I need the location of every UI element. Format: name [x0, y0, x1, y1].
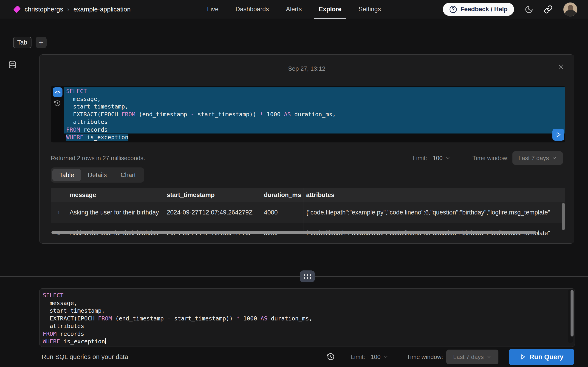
query-history-card: Sep 27, 13:12 <> SELECT message, start_t… [39, 54, 574, 244]
history-icon [327, 353, 335, 361]
breadcrumb-separator-icon: › [67, 6, 70, 13]
breadcrumb-project[interactable]: example-application [73, 6, 131, 13]
sql-line: start_timestamp, [64, 103, 565, 110]
cell-message: Asking the user for their birthday [67, 202, 164, 223]
nav-explore[interactable]: Explore [319, 0, 342, 19]
rerun-query-button[interactable] [552, 129, 564, 141]
share-link-button[interactable] [544, 5, 553, 14]
sql-line: EXTRACT(EPOCH FROM (end_timestamp - star… [64, 110, 565, 118]
close-card-button[interactable] [558, 64, 564, 70]
add-tab-button[interactable]: + [36, 37, 47, 48]
chevron-down-icon [486, 354, 492, 359]
feedback-help-button[interactable]: Feedback / Help [443, 3, 514, 16]
query-tab[interactable]: Tab [13, 37, 32, 48]
nav-live[interactable]: Live [207, 0, 219, 19]
header-attributes[interactable]: attributes [303, 188, 562, 202]
explore-page: christophergs › example-application Live… [0, 0, 588, 367]
drag-dots-icon [304, 274, 311, 279]
editor-sql-code: SELECT message, start_timestamp, EXTRACT… [40, 292, 575, 345]
top-actions: Feedback / Help [443, 0, 578, 19]
help-circle-icon [449, 6, 457, 13]
time-window-dropdown[interactable]: Last 7 days [512, 151, 563, 165]
header-row-number [51, 188, 67, 202]
sql-line: attributes [64, 118, 565, 126]
tab-chart[interactable]: Chart [114, 169, 143, 181]
sql-editor[interactable]: SELECT message, start_timestamp, EXTRACT… [39, 288, 575, 347]
breadcrumb-org[interactable]: christophergs [25, 6, 63, 13]
chevron-down-icon [552, 156, 557, 161]
editor-hint: Run SQL queries on your data [42, 353, 128, 361]
theme-toggle-button[interactable] [525, 5, 533, 14]
sql-line: EXTRACT(EPOCH FROM (end_timestamp - star… [40, 315, 575, 323]
user-avatar[interactable] [563, 2, 578, 17]
sql-line: FROM records [64, 126, 565, 134]
link-icon [544, 5, 553, 14]
cell-num: 1 [51, 202, 67, 223]
moon-icon [525, 5, 533, 14]
table-vertical-scrollbar[interactable] [562, 203, 565, 230]
history-sql-block: <> SELECT message, start_timestamp, EXTR… [51, 86, 565, 142]
header-duration-ms[interactable]: duration_ms [261, 188, 303, 202]
sql-line: message, [40, 299, 575, 307]
feedback-help-label: Feedback / Help [460, 6, 508, 13]
main-nav: Live Dashboards Alerts Explore Settings [207, 0, 381, 19]
sql-line: SELECT [64, 87, 565, 95]
tab-details[interactable]: Details [81, 169, 114, 181]
sql-line: SELECT [40, 292, 575, 299]
query-tab-strip: Tab + [13, 37, 47, 48]
close-icon [558, 64, 564, 70]
cell-duration_ms: 4000 [261, 202, 303, 223]
code-gutter: <> [51, 86, 64, 142]
sql-line: WHERE is_exception [40, 338, 575, 345]
sql-line: FROM records [40, 330, 575, 338]
sql-line: WHERE is_exception [64, 133, 565, 141]
text-cursor [105, 338, 106, 344]
horizontal-scrollbar[interactable] [52, 231, 536, 234]
bottom-action-bar: Run SQL queries on your data Limit: 100 … [0, 347, 588, 367]
run-query-label: Run Query [529, 353, 563, 361]
nav-alerts[interactable]: Alerts [286, 0, 302, 19]
result-view-tabs: Table Details Chart [51, 167, 144, 183]
history-icon [54, 100, 61, 107]
chevron-down-icon [383, 354, 389, 359]
cell-attributes: {"code.filepath":"example.py","code.line… [303, 202, 562, 223]
limit-label: Limit: [413, 155, 427, 162]
top-nav-bar: christophergs › example-application Live… [0, 0, 588, 19]
table-row[interactable]: 1Asking the user for their birthday2024-… [51, 202, 565, 223]
cell-start_timestamp: 2024-09-27T12:07:49.264279Z [164, 202, 261, 223]
history-sql-code[interactable]: SELECT message, start_timestamp, EXTRACT… [64, 86, 565, 142]
header-start-timestamp[interactable]: start_timestamp [164, 188, 261, 202]
panel-resize-handle[interactable] [300, 270, 315, 282]
history-button[interactable] [327, 353, 335, 361]
time-window-dropdown[interactable]: Last 7 days [446, 350, 498, 364]
editor-vertical-scrollbar[interactable] [571, 290, 573, 336]
query-history-button[interactable] [54, 100, 61, 107]
schema-browser-button[interactable] [8, 60, 17, 69]
time-window-label: Time window: [473, 155, 509, 162]
sql-line: attributes [40, 322, 575, 330]
limit-dropdown[interactable]: 100 [433, 155, 450, 162]
nav-dashboards[interactable]: Dashboards [235, 0, 269, 19]
sql-line: message, [64, 95, 565, 103]
content-top-divider [0, 54, 588, 54]
run-query-button[interactable]: Run Query [509, 349, 574, 365]
limit-dropdown[interactable]: 100 [371, 353, 389, 361]
nav-settings[interactable]: Settings [359, 0, 381, 19]
table-header-row: message start_timestamp duration_ms attr… [51, 188, 565, 202]
header-message[interactable]: message [67, 188, 164, 202]
time-window-label: Time window: [407, 353, 443, 361]
results-table: message start_timestamp duration_ms attr… [51, 188, 565, 235]
database-icon [8, 60, 17, 69]
limit-label: Limit: [351, 353, 365, 361]
result-status-row: Returned 2 rows in 27 milliseconds. Limi… [51, 151, 563, 165]
panel-divider [0, 276, 588, 277]
sql-line: start_timestamp, [40, 307, 575, 315]
breadcrumb: christophergs › example-application [13, 0, 131, 19]
tab-table[interactable]: Table [52, 169, 81, 181]
logfire-logo-icon[interactable] [13, 0, 21, 19]
chevron-down-icon [445, 156, 450, 161]
left-sidebar [0, 54, 26, 347]
play-icon [520, 354, 526, 360]
sql-mode-button[interactable]: <> [53, 87, 62, 97]
result-status: Returned 2 rows in 27 milliseconds. [51, 155, 145, 162]
